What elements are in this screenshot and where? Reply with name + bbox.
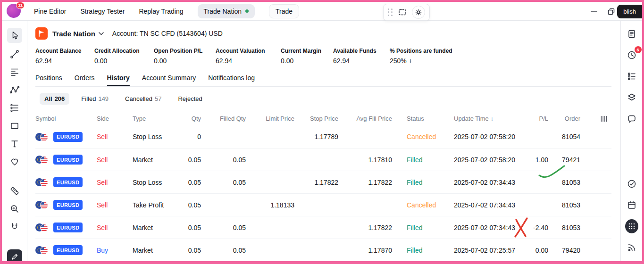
top-bar: 11 Pine Editor Strategy Tester Replay Tr… [2, 2, 642, 21]
order-id-cell: 79420 [548, 247, 580, 254]
tab-notifications-log[interactable]: Notifications log [208, 74, 255, 86]
tab-pine-editor[interactable]: Pine Editor [34, 8, 66, 15]
tabs-divider [35, 86, 611, 87]
publish-button[interactable]: blish [617, 5, 642, 18]
order-id-cell: 81053 [548, 224, 580, 231]
drawing-mode-pencil-button[interactable] [7, 249, 22, 261]
eurusd-flags-icon [35, 223, 49, 232]
broker-header: Trade Nation Account: TN SC CFD (5143604… [35, 27, 622, 40]
type-cell: Market [133, 156, 183, 164]
stop-price-cell: 1.17822 [294, 179, 338, 186]
filled-qty-cell: 0.05 [201, 247, 246, 254]
status-cell: Filled [392, 224, 454, 231]
fib-retracement-tool-button[interactable] [8, 66, 21, 79]
sort-desc-icon: ↓ [491, 116, 493, 122]
eurusd-flags-icon [35, 132, 49, 142]
tab-trade-nation-label: Trade Nation [204, 8, 242, 15]
account-stats-row: Account Balance 62.94 Credit Allocation … [35, 48, 622, 65]
col-order[interactable]: Order [548, 115, 580, 122]
status-cell: Cancelled [392, 201, 454, 209]
calendar-panel-button[interactable] [625, 198, 638, 212]
magnet-tool-button[interactable] [8, 220, 21, 233]
table-row[interactable]: EURUSD Buy Market 0.05 0.05 1.17870 Fill… [35, 239, 611, 261]
trend-line-tool-button[interactable] [8, 48, 21, 61]
zoom-tool-button[interactable] [8, 202, 21, 215]
col-symbol[interactable]: Symbol [35, 115, 97, 122]
table-row[interactable]: EURUSD Sell Stop Loss 0.05 0.05 1.17822 … [35, 171, 611, 193]
ideas-check-button[interactable] [625, 177, 638, 190]
filter-all[interactable]: All206 [40, 93, 69, 105]
right-side-rail: 6 [620, 21, 642, 261]
status-cell: Filled [392, 247, 454, 254]
table-row[interactable]: EURUSD Sell Market 0.05 0.05 1.17810 Fil… [35, 148, 611, 171]
layers-panel-button[interactable] [625, 91, 638, 104]
broadcast-signal-button[interactable] [625, 241, 638, 254]
pl-cell: 0.00 [516, 247, 548, 254]
col-type[interactable]: Type [133, 115, 183, 122]
avg-fill-price-cell: 1.17822 [338, 224, 392, 231]
pattern-tool-button[interactable] [8, 83, 21, 97]
cursor-tool-button[interactable] [7, 28, 22, 43]
stat-credit-allocation: Credit Allocation 0.00 [94, 48, 154, 65]
side-cell: Sell [97, 156, 133, 164]
panel-tabs: Positions Orders History Account Summary… [35, 74, 622, 86]
symbol-badge: EURUSD [53, 245, 83, 255]
update-time-cell: 2025-07-02 07:25:57 [454, 247, 516, 254]
col-update-time[interactable]: Update Time↓ [454, 115, 516, 122]
user-avatar[interactable]: 11 [7, 4, 22, 19]
tab-account-summary[interactable]: Account Summary [142, 74, 196, 86]
drag-handle-icon[interactable] [388, 8, 393, 16]
stat-positions-funded: % Positions are funded 250% + [390, 48, 452, 65]
alerts-clock-button[interactable]: 6 [625, 49, 638, 62]
floating-toolbar [383, 4, 430, 21]
filter-filled[interactable]: Filled149 [76, 93, 113, 105]
col-avg-fill-price[interactable]: Avg Fill Price [338, 115, 392, 122]
col-stop-price[interactable]: Stop Price [294, 115, 338, 122]
bottom-panel-tabs: Pine Editor Strategy Tester Replay Tradi… [34, 4, 299, 18]
type-cell: Market [133, 224, 183, 231]
table-row[interactable]: EURUSD Sell Stop Loss 0 1.17789 Cancelle… [35, 125, 611, 148]
filter-cancelled[interactable]: Cancelled57 [120, 93, 166, 105]
col-limit-price[interactable]: Limit Price [246, 115, 294, 122]
settings-gear-button[interactable] [412, 6, 425, 19]
order-id-cell: 81054 [548, 133, 580, 140]
tab-positions[interactable]: Positions [35, 74, 62, 86]
order-id-cell: 79421 [548, 156, 580, 164]
chevron-down-icon[interactable] [99, 32, 104, 35]
column-settings-button[interactable] [600, 115, 608, 123]
col-status[interactable]: Status [392, 115, 454, 122]
col-filled-qty[interactable]: Filled Qty [201, 115, 246, 122]
marquee-select-icon[interactable] [398, 8, 407, 17]
apps-menu-button[interactable] [625, 220, 638, 233]
broker-name[interactable]: Trade Nation [52, 30, 95, 38]
col-pl[interactable]: P/L [516, 115, 548, 122]
table-row[interactable]: EURUSD Sell Market 0.05 0.05 1.17822 Fil… [35, 216, 611, 239]
minimize-button[interactable] [587, 2, 601, 21]
tab-orders[interactable]: Orders [75, 74, 95, 86]
watchlist-panel-button[interactable] [625, 27, 638, 41]
text-tool-button[interactable] [8, 137, 21, 150]
eurusd-flags-icon [35, 245, 49, 255]
object-tree-button[interactable] [625, 70, 638, 83]
measure-ruler-tool-button[interactable] [8, 184, 21, 198]
type-cell: Market [133, 247, 183, 254]
chat-panel-button[interactable] [625, 112, 638, 125]
tab-strategy-tester[interactable]: Strategy Tester [80, 8, 125, 15]
restore-window-button[interactable] [604, 2, 618, 21]
tab-trade[interactable]: Trade [269, 4, 299, 18]
rectangle-tool-button[interactable] [8, 119, 21, 132]
type-cell: Stop Loss [133, 179, 183, 186]
tab-history[interactable]: History [107, 74, 130, 86]
tab-trade-nation[interactable]: Trade Nation [198, 4, 255, 18]
limit-price-cell: 1.18133 [246, 201, 294, 209]
filter-rejected[interactable]: Rejected [173, 93, 209, 105]
type-cell: Take Profit [133, 201, 183, 209]
order-id-cell: 81053 [548, 179, 580, 186]
col-side[interactable]: Side [97, 115, 133, 122]
emoji-heart-tool-button[interactable] [8, 155, 21, 168]
col-qty[interactable]: Qty [183, 115, 201, 122]
forecast-tool-button[interactable] [8, 101, 21, 115]
tab-replay-trading[interactable]: Replay Trading [139, 8, 183, 15]
qty-cell: 0.05 [183, 179, 201, 186]
table-row[interactable]: EURUSD Sell Take Profit 0.05 1.18133 Can… [35, 193, 611, 216]
